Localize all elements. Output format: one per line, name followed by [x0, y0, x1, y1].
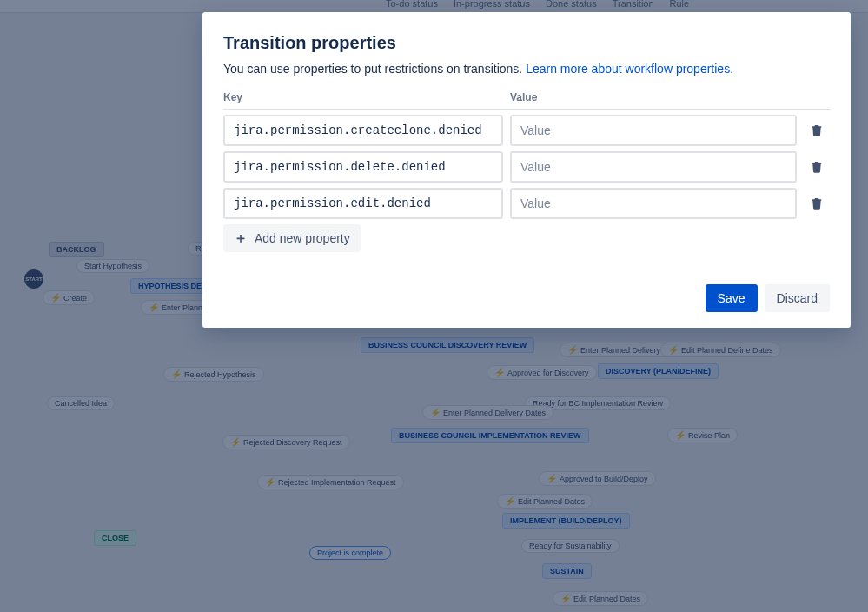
- modal-footer: Save Discard: [223, 284, 830, 312]
- trash-icon: [810, 160, 824, 174]
- add-new-label: Add new property: [255, 231, 350, 245]
- property-key-input[interactable]: [223, 188, 503, 219]
- modal-title: Transition properties: [223, 33, 830, 53]
- add-new-property-button[interactable]: ＋ Add new property: [223, 224, 361, 252]
- discard-button[interactable]: Discard: [765, 284, 830, 312]
- property-row: [223, 188, 830, 219]
- save-button[interactable]: Save: [706, 284, 758, 312]
- property-value-input[interactable]: [510, 151, 797, 183]
- modal-description-text: You can use properties to put restrictio…: [223, 62, 526, 76]
- header-value: Value: [510, 91, 804, 103]
- delete-property-button[interactable]: [804, 123, 830, 137]
- header-key: Key: [223, 91, 503, 103]
- trash-icon: [810, 196, 824, 210]
- learn-more-link[interactable]: Learn more about workflow properties: [526, 62, 730, 76]
- delete-property-button[interactable]: [804, 160, 830, 174]
- modal-description: You can use properties to put restrictio…: [223, 62, 830, 76]
- property-key-input[interactable]: [223, 115, 503, 146]
- property-row: [223, 115, 830, 146]
- property-key-input[interactable]: [223, 151, 503, 183]
- header-spacer: [804, 91, 830, 103]
- delete-property-button[interactable]: [804, 196, 830, 210]
- trash-icon: [810, 123, 824, 137]
- property-value-input[interactable]: [510, 115, 797, 146]
- properties-table: Key Value: [223, 91, 830, 219]
- property-value-input[interactable]: [510, 188, 797, 219]
- transition-properties-modal: Transition properties You can use proper…: [202, 12, 851, 328]
- property-row: [223, 151, 830, 183]
- plus-icon: ＋: [234, 231, 248, 245]
- modal-description-tail: .: [730, 62, 733, 76]
- properties-header-row: Key Value: [223, 91, 830, 110]
